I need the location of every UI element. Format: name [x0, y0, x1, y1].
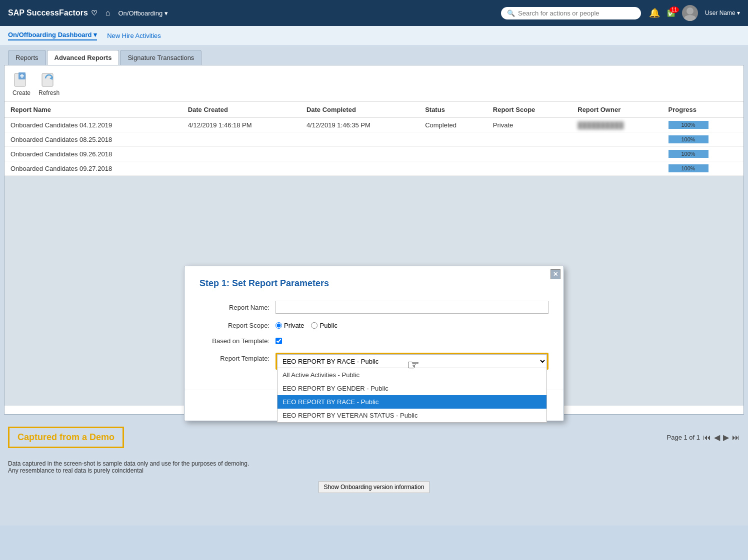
report-name-label: Report Name:: [200, 304, 270, 311]
dropdown-item-eeo-gender[interactable]: EEO REPORT BY GENDER - Public: [278, 382, 546, 395]
cell-owner: [572, 161, 662, 176]
tab-signature-transactions[interactable]: Signature Transactions: [120, 50, 202, 65]
module-nav[interactable]: On/Offboarding ▾: [118, 9, 168, 17]
report-template-dropdown-wrapper: All Active Activities - Public EEO REPOR…: [276, 353, 548, 370]
table-row[interactable]: Onboarded Candidates 09.26.2018 100%: [4, 147, 744, 161]
cell-progress: 100%: [662, 161, 744, 176]
based-on-template-row: Based on Template:: [200, 337, 548, 345]
col-report-owner: Report Owner: [572, 102, 662, 118]
disclaimer-line2: Any resemblance to real data is purely c…: [8, 467, 740, 474]
cell-report-name: Onboarded Candidates 09.26.2018: [4, 147, 182, 161]
module-label: On/Offboarding: [118, 9, 162, 17]
avatar[interactable]: [682, 5, 698, 21]
cell-owner: [572, 132, 662, 147]
page-next-icon[interactable]: ▶: [723, 433, 729, 442]
search-bar[interactable]: 🔍: [501, 7, 641, 19]
cell-status: [419, 147, 487, 161]
template-dropdown-list: All Active Activities - Public EEO REPOR…: [277, 368, 547, 423]
toolbar: Create Refresh: [4, 65, 744, 102]
dropdown-item-eeo-veteran[interactable]: EEO REPORT BY VETERAN STATUS - Public: [278, 409, 546, 422]
scope-private-radio[interactable]: [276, 322, 282, 329]
report-scope-row: Report Scope: Private Public: [200, 322, 548, 329]
col-report-name: Report Name: [4, 102, 182, 118]
modal-overlay-wrapper: ✕ Step 1: Set Report Parameters Report N…: [4, 176, 744, 406]
modal-body: Step 1: Set Report Parameters Report Nam…: [184, 266, 564, 390]
cell-date-created: [182, 161, 300, 176]
cell-owner: ██████████: [572, 118, 662, 132]
report-template-row: Report Template: All Active Activities -…: [200, 353, 548, 370]
page-last-icon[interactable]: ⏭: [732, 433, 740, 442]
create-label: Create: [12, 89, 30, 96]
modal-close-button[interactable]: ✕: [550, 269, 560, 279]
search-input[interactable]: [518, 9, 635, 17]
refresh-icon: [40, 70, 58, 88]
col-status: Status: [419, 102, 487, 118]
main-content: Reports Advanced Reports Signature Trans…: [0, 46, 748, 526]
cell-date-created: [182, 132, 300, 147]
modal-dialog: ✕ Step 1: Set Report Parameters Report N…: [184, 266, 564, 421]
cell-date-completed: [300, 132, 419, 147]
cell-progress: 100%: [662, 118, 744, 132]
captured-label: Captured from a Demo: [18, 432, 114, 442]
show-version-button[interactable]: Show Onboarding version information: [318, 481, 430, 493]
page-first-icon[interactable]: ⏮: [703, 433, 711, 442]
top-navigation: SAP SuccessFactors ♡ ⌂ On/Offboarding ▾ …: [0, 0, 748, 26]
activity-icon[interactable]: ✅ 11: [667, 9, 675, 17]
page-navigation: Page 1 of 1 ⏮ ◀ ▶ ⏭: [667, 433, 740, 442]
cell-scope: [487, 161, 572, 176]
cell-status: Completed: [419, 118, 487, 132]
svg-point-1: [684, 15, 696, 21]
col-date-completed: Date Completed: [300, 102, 419, 118]
col-report-scope: Report Scope: [487, 102, 572, 118]
cell-report-name: Onboarded Candidates 09.27.2018: [4, 161, 182, 176]
cell-scope: [487, 147, 572, 161]
refresh-button[interactable]: Refresh: [38, 70, 60, 96]
cell-status: [419, 132, 487, 147]
search-icon: 🔍: [507, 9, 515, 17]
report-template-select[interactable]: All Active Activities - Public EEO REPOR…: [277, 354, 547, 368]
cell-date-created: 4/12/2019 1:46:18 PM: [182, 118, 300, 132]
tab-advanced-reports[interactable]: Advanced Reports: [47, 50, 120, 65]
dropdown-item-all-active[interactable]: All Active Activities - Public: [278, 368, 546, 382]
report-name-row: Report Name:: [200, 301, 548, 314]
tab-reports[interactable]: Reports: [8, 50, 46, 65]
notification-badge: 11: [670, 6, 679, 13]
svg-point-0: [686, 7, 694, 14]
cell-report-name: Onboarded Candidates 04.12.2019: [4, 118, 182, 132]
table-row[interactable]: Onboarded Candidates 08.25.2018 100%: [4, 132, 744, 147]
create-button[interactable]: Create: [12, 70, 30, 96]
secondary-nav-new-hire[interactable]: New Hire Activities: [107, 32, 161, 39]
refresh-label: Refresh: [38, 89, 60, 96]
dropdown-item-eeo-race[interactable]: EEO REPORT BY RACE - Public: [278, 395, 546, 409]
report-table: Report Name Date Created Date Completed …: [4, 102, 744, 176]
based-on-template-checkbox[interactable]: [276, 338, 282, 344]
cell-report-name: Onboarded Candidates 08.25.2018: [4, 132, 182, 147]
brand-heart: ♡: [91, 9, 98, 17]
cell-progress: 100%: [662, 147, 744, 161]
module-chevron-icon: ▾: [164, 9, 168, 17]
disclaimer: Data captured in the screen-shot is samp…: [0, 456, 748, 478]
notification-bell-icon[interactable]: 🔔: [649, 7, 660, 18]
report-template-label: Report Template:: [200, 353, 270, 362]
cell-date-completed: [300, 147, 419, 161]
cell-date-completed: [300, 161, 419, 176]
page-prev-icon[interactable]: ◀: [714, 433, 720, 442]
cell-scope: Private: [487, 118, 572, 132]
modal-title: Step 1: Set Report Parameters: [200, 278, 548, 289]
table-row[interactable]: Onboarded Candidates 09.27.2018 100%: [4, 161, 744, 176]
bottom-bar: Captured from a Demo Page 1 of 1 ⏮ ◀ ▶ ⏭: [0, 419, 748, 456]
cell-date-created: [182, 147, 300, 161]
home-icon[interactable]: ⌂: [106, 8, 110, 17]
cell-progress: 100%: [662, 132, 744, 147]
col-date-created: Date Created: [182, 102, 300, 118]
user-name[interactable]: User Name ▾: [705, 9, 740, 16]
table-row[interactable]: Onboarded Candidates 04.12.2019 4/12/201…: [4, 118, 744, 132]
scope-public-option[interactable]: Public: [311, 322, 337, 329]
scope-public-radio[interactable]: [311, 322, 318, 329]
secondary-navigation: On/Offboarding Dashboard ▾ New Hire Acti…: [0, 26, 748, 46]
brand-logo: SAP SuccessFactors ♡: [8, 8, 98, 17]
report-name-input[interactable]: [276, 301, 548, 314]
create-icon: [12, 70, 30, 88]
scope-private-option[interactable]: Private: [276, 322, 304, 329]
secondary-nav-dashboard[interactable]: On/Offboarding Dashboard ▾: [8, 31, 97, 40]
